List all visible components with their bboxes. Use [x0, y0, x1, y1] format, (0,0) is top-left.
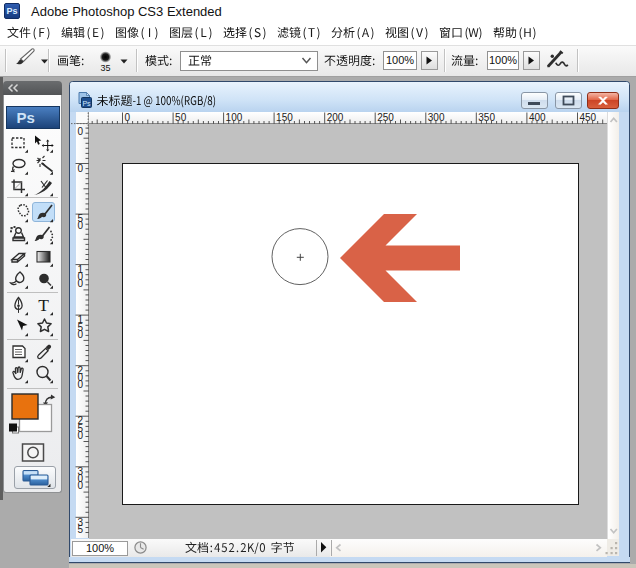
svg-text:50: 50: [175, 112, 187, 123]
svg-text:100: 100: [226, 112, 243, 123]
svg-text:0: 0: [125, 112, 131, 123]
svg-text:0: 0: [78, 163, 84, 174]
svg-text:300: 300: [428, 112, 445, 123]
svg-text:450: 450: [580, 112, 597, 123]
svg-text:250: 250: [377, 112, 394, 123]
svg-text:T: T: [38, 295, 49, 315]
svg-text:0: 0: [78, 430, 84, 441]
svg-text:5: 5: [78, 524, 84, 535]
svg-text:0: 0: [78, 126, 84, 137]
svg-text:350: 350: [478, 112, 495, 123]
svg-text:0: 0: [78, 379, 84, 390]
svg-text:0: 0: [78, 480, 84, 491]
svg-text:200: 200: [327, 112, 344, 123]
svg-text:0: 0: [78, 278, 84, 289]
svg-text:150: 150: [276, 112, 293, 123]
svg-text:35: 35: [100, 63, 110, 73]
svg-text:Ps: Ps: [82, 100, 91, 107]
svg-text:0: 0: [78, 329, 84, 340]
svg-text:400: 400: [529, 112, 546, 123]
svg-text:0: 0: [78, 220, 84, 231]
